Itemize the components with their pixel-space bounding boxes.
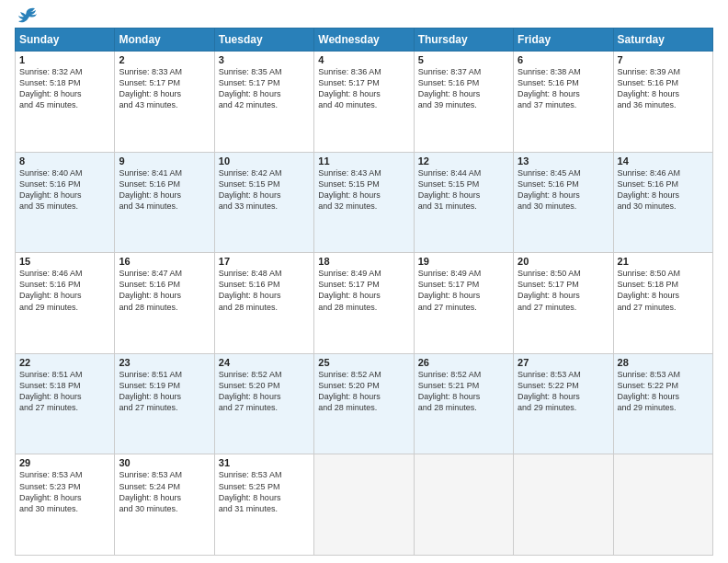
cell-info: Sunrise: 8:53 AMSunset: 5:23 PMDaylight:… <box>19 469 110 514</box>
day-number: 25 <box>318 357 409 368</box>
cell-info: Sunrise: 8:50 AMSunset: 5:18 PMDaylight:… <box>618 268 709 313</box>
logo-bird-icon <box>17 7 37 24</box>
day-number: 11 <box>318 155 409 167</box>
table-row: 2Sunrise: 8:33 AMSunset: 5:17 PMDaylight… <box>115 52 214 153</box>
table-row <box>613 454 712 556</box>
day-number: 17 <box>219 256 310 267</box>
cell-info: Sunrise: 8:53 AMSunset: 5:24 PMDaylight:… <box>119 469 210 514</box>
cell-info: Sunrise: 8:51 AMSunset: 5:18 PMDaylight:… <box>19 369 110 414</box>
table-row: 16Sunrise: 8:47 AMSunset: 5:16 PMDayligh… <box>115 253 214 354</box>
col-sunday: Sunday <box>16 29 115 52</box>
cell-info: Sunrise: 8:46 AMSunset: 5:16 PMDaylight:… <box>19 268 110 313</box>
day-number: 20 <box>518 256 609 267</box>
cell-info: Sunrise: 8:51 AMSunset: 5:19 PMDaylight:… <box>119 369 210 414</box>
cell-info: Sunrise: 8:45 AMSunset: 5:16 PMDaylight:… <box>518 167 609 213</box>
table-row: 1Sunrise: 8:32 AMSunset: 5:18 PMDaylight… <box>16 52 115 153</box>
table-row: 27Sunrise: 8:53 AMSunset: 5:22 PMDayligh… <box>514 353 613 454</box>
day-number: 27 <box>518 357 609 368</box>
day-number: 14 <box>618 155 709 167</box>
cell-info: Sunrise: 8:36 AMSunset: 5:17 PMDaylight:… <box>318 66 409 111</box>
cell-info: Sunrise: 8:35 AMSunset: 5:17 PMDaylight:… <box>219 66 310 111</box>
day-number: 24 <box>219 357 310 368</box>
cell-info: Sunrise: 8:47 AMSunset: 5:16 PMDaylight:… <box>119 268 210 313</box>
col-wednesday: Wednesday <box>314 29 414 52</box>
day-number: 6 <box>518 54 609 65</box>
day-number: 10 <box>219 155 310 167</box>
col-friday: Friday <box>514 29 613 52</box>
cell-info: Sunrise: 8:49 AMSunset: 5:17 PMDaylight:… <box>318 268 409 313</box>
day-number: 31 <box>219 457 310 468</box>
cell-info: Sunrise: 8:42 AMSunset: 5:15 PMDaylight:… <box>219 167 310 213</box>
table-row: 17Sunrise: 8:48 AMSunset: 5:16 PMDayligh… <box>214 253 313 354</box>
table-row: 13Sunrise: 8:45 AMSunset: 5:16 PMDayligh… <box>514 152 613 253</box>
col-monday: Monday <box>115 29 214 52</box>
day-number: 16 <box>119 256 210 267</box>
day-number: 15 <box>19 256 110 267</box>
day-number: 28 <box>618 357 709 368</box>
table-row: 25Sunrise: 8:52 AMSunset: 5:20 PMDayligh… <box>314 353 414 454</box>
cell-info: Sunrise: 8:39 AMSunset: 5:16 PMDaylight:… <box>618 66 709 111</box>
table-row: 18Sunrise: 8:49 AMSunset: 5:17 PMDayligh… <box>314 253 414 354</box>
table-row: 10Sunrise: 8:42 AMSunset: 5:15 PMDayligh… <box>214 152 313 253</box>
logo <box>15 11 37 20</box>
table-row: 26Sunrise: 8:52 AMSunset: 5:21 PMDayligh… <box>414 353 513 454</box>
day-number: 12 <box>418 155 509 167</box>
table-row: 15Sunrise: 8:46 AMSunset: 5:16 PMDayligh… <box>16 253 115 354</box>
day-number: 19 <box>418 256 509 267</box>
col-tuesday: Tuesday <box>214 29 313 52</box>
col-thursday: Thursday <box>414 29 513 52</box>
table-row: 12Sunrise: 8:44 AMSunset: 5:15 PMDayligh… <box>414 152 513 253</box>
cell-info: Sunrise: 8:32 AMSunset: 5:18 PMDaylight:… <box>19 66 110 111</box>
cell-info: Sunrise: 8:52 AMSunset: 5:20 PMDaylight:… <box>219 369 310 414</box>
cell-info: Sunrise: 8:52 AMSunset: 5:20 PMDaylight:… <box>318 369 409 414</box>
table-row: 23Sunrise: 8:51 AMSunset: 5:19 PMDayligh… <box>115 353 214 454</box>
day-number: 9 <box>119 155 210 167</box>
day-number: 1 <box>19 54 110 65</box>
table-row: 7Sunrise: 8:39 AMSunset: 5:16 PMDaylight… <box>613 52 712 153</box>
cell-info: Sunrise: 8:37 AMSunset: 5:16 PMDaylight:… <box>418 66 509 111</box>
table-row: 28Sunrise: 8:53 AMSunset: 5:22 PMDayligh… <box>613 353 712 454</box>
table-row: 24Sunrise: 8:52 AMSunset: 5:20 PMDayligh… <box>214 353 313 454</box>
cell-info: Sunrise: 8:41 AMSunset: 5:16 PMDaylight:… <box>119 167 210 213</box>
table-row: 19Sunrise: 8:49 AMSunset: 5:17 PMDayligh… <box>414 253 513 354</box>
table-row: 20Sunrise: 8:50 AMSunset: 5:17 PMDayligh… <box>514 253 613 354</box>
table-row <box>414 454 513 556</box>
cell-info: Sunrise: 8:53 AMSunset: 5:22 PMDaylight:… <box>518 369 609 414</box>
cell-info: Sunrise: 8:46 AMSunset: 5:16 PMDaylight:… <box>618 167 709 213</box>
cell-info: Sunrise: 8:53 AMSunset: 5:22 PMDaylight:… <box>618 369 709 414</box>
table-row: 22Sunrise: 8:51 AMSunset: 5:18 PMDayligh… <box>16 353 115 454</box>
cell-info: Sunrise: 8:52 AMSunset: 5:21 PMDaylight:… <box>418 369 509 414</box>
table-row: 21Sunrise: 8:50 AMSunset: 5:18 PMDayligh… <box>613 253 712 354</box>
day-number: 8 <box>19 155 110 167</box>
header <box>15 11 713 20</box>
day-number: 13 <box>518 155 609 167</box>
cell-info: Sunrise: 8:40 AMSunset: 5:16 PMDaylight:… <box>19 167 110 213</box>
cell-info: Sunrise: 8:49 AMSunset: 5:17 PMDaylight:… <box>418 268 509 313</box>
table-row: 6Sunrise: 8:38 AMSunset: 5:16 PMDaylight… <box>514 52 613 153</box>
day-number: 4 <box>318 54 409 65</box>
day-number: 5 <box>418 54 509 65</box>
col-saturday: Saturday <box>613 29 712 52</box>
cell-info: Sunrise: 8:43 AMSunset: 5:15 PMDaylight:… <box>318 167 409 213</box>
day-number: 7 <box>618 54 709 65</box>
table-row: 30Sunrise: 8:53 AMSunset: 5:24 PMDayligh… <box>115 454 214 556</box>
cell-info: Sunrise: 8:33 AMSunset: 5:17 PMDaylight:… <box>119 66 210 111</box>
day-number: 3 <box>219 54 310 65</box>
day-number: 30 <box>119 457 210 468</box>
cell-info: Sunrise: 8:44 AMSunset: 5:15 PMDaylight:… <box>418 167 509 213</box>
day-number: 18 <box>318 256 409 267</box>
page: Sunday Monday Tuesday Wednesday Thursday… <box>0 0 728 563</box>
table-row: 9Sunrise: 8:41 AMSunset: 5:16 PMDaylight… <box>115 152 214 253</box>
cell-info: Sunrise: 8:38 AMSunset: 5:16 PMDaylight:… <box>518 66 609 111</box>
day-number: 21 <box>618 256 709 267</box>
table-row: 4Sunrise: 8:36 AMSunset: 5:17 PMDaylight… <box>314 52 414 153</box>
day-number: 22 <box>19 357 110 368</box>
day-number: 29 <box>19 457 110 468</box>
table-row <box>314 454 414 556</box>
table-row: 8Sunrise: 8:40 AMSunset: 5:16 PMDaylight… <box>16 152 115 253</box>
table-row: 31Sunrise: 8:53 AMSunset: 5:25 PMDayligh… <box>214 454 313 556</box>
table-row <box>514 454 613 556</box>
calendar-table: Sunday Monday Tuesday Wednesday Thursday… <box>15 28 713 556</box>
day-number: 26 <box>418 357 509 368</box>
cell-info: Sunrise: 8:50 AMSunset: 5:17 PMDaylight:… <box>518 268 609 313</box>
